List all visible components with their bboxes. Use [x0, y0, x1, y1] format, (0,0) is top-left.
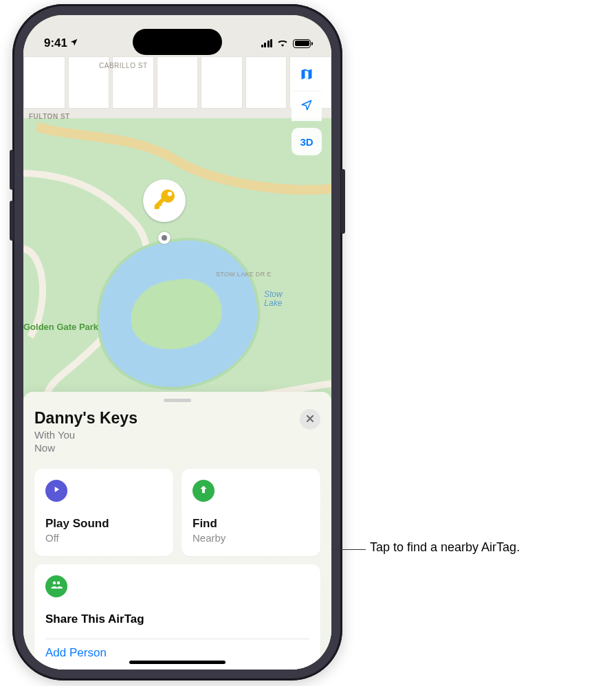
status-time: 9:41 — [44, 36, 67, 50]
road-label-stow-e: Stow Lake Dr E — [216, 271, 272, 278]
close-button[interactable] — [300, 409, 320, 430]
location-dot-icon — [158, 232, 170, 244]
sheet-grabber[interactable] — [164, 399, 191, 402]
play-sound-title: Play Sound — [45, 517, 162, 531]
map-icon — [300, 67, 314, 84]
volume-up-button — [10, 150, 14, 190]
callout-text: Tap to find a nearby AirTag. — [370, 540, 520, 555]
battery-icon — [293, 39, 311, 48]
current-location-button[interactable] — [292, 91, 322, 121]
item-status-line: With You — [34, 429, 138, 441]
share-airtag-card: Share This AirTag Add Person — [34, 564, 320, 670]
play-icon — [52, 485, 61, 497]
find-sub: Nearby — [192, 532, 309, 544]
arrow-up-icon — [198, 484, 209, 498]
side-button — [341, 169, 345, 234]
dynamic-island — [133, 29, 222, 55]
find-card[interactable]: Find Nearby — [182, 469, 320, 556]
park-label: Golden Gate Park — [23, 322, 98, 332]
iphone-frame: 9:41 — [12, 4, 342, 681]
3d-toggle-button[interactable]: 3D — [292, 128, 322, 155]
home-indicator[interactable] — [129, 661, 226, 664]
item-title: Danny's Keys — [34, 409, 138, 428]
divider — [45, 639, 309, 639]
share-title: Share This AirTag — [45, 612, 309, 626]
screen: 9:41 — [23, 15, 331, 670]
lake-label: Stow Lake — [264, 290, 283, 308]
location-services-icon — [69, 36, 78, 50]
add-person-button[interactable]: Add Person — [45, 646, 309, 660]
item-time-line: Now — [34, 442, 138, 454]
play-sound-card[interactable]: Play Sound Off — [34, 469, 173, 556]
key-icon — [151, 186, 177, 215]
people-icon — [50, 579, 63, 594]
wifi-icon — [276, 36, 289, 50]
play-sound-sub: Off — [45, 532, 162, 544]
map-settings-button[interactable] — [292, 60, 322, 91]
3d-label: 3D — [300, 136, 313, 148]
location-arrow-icon — [300, 99, 313, 114]
find-title: Find — [192, 517, 309, 531]
item-detail-sheet[interactable]: Danny's Keys With You Now — [23, 392, 331, 670]
cellular-signal-icon — [261, 39, 273, 47]
volume-down-button — [10, 201, 14, 241]
close-icon — [306, 414, 314, 425]
item-location-pin[interactable] — [143, 179, 186, 222]
